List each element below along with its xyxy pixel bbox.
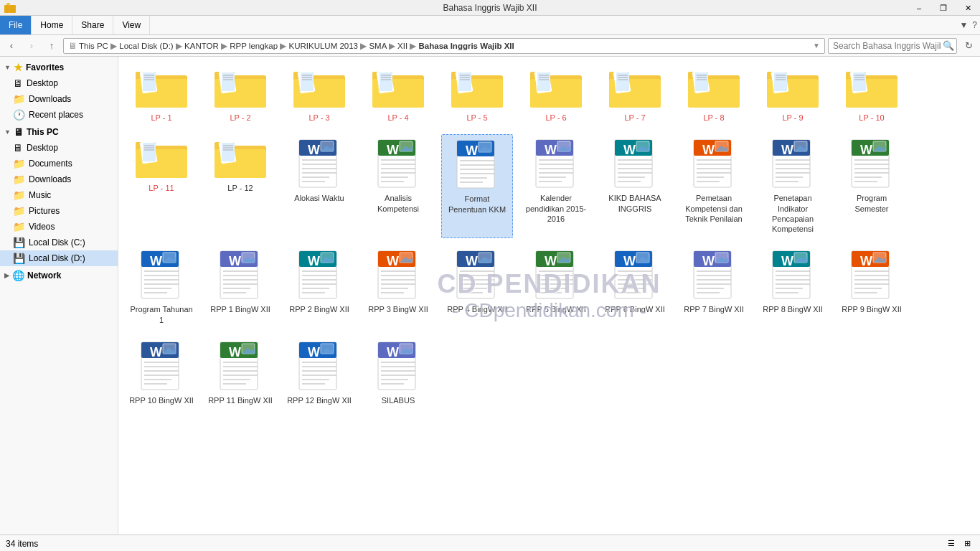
file-label: LP - 11: [149, 183, 174, 193]
file-item[interactable]: LP - 10: [836, 64, 908, 127]
address-path[interactable]: 🖥 This PC ▶ Local Disk (D:) ▶ KANTOR ▶ R…: [63, 38, 825, 54]
close-button[interactable]: ✕: [956, 0, 980, 16]
tab-share[interactable]: Share: [72, 16, 113, 34]
ribbon-down-icon[interactable]: ▼: [959, 20, 968, 30]
file-label: LP - 1: [151, 113, 171, 123]
file-item[interactable]: LP - 7: [599, 64, 671, 127]
maximize-button[interactable]: ❐: [931, 0, 956, 16]
file-item[interactable]: W KIKD BAHASA INGGRIS: [599, 134, 671, 238]
folder-icon: [136, 138, 187, 180]
file-item[interactable]: W Program Tahunan 1: [126, 245, 197, 329]
file-item[interactable]: LP - 9: [757, 64, 829, 127]
folder-icon: [609, 68, 661, 110]
file-item[interactable]: W RPP 12 BingW XII: [283, 336, 355, 410]
up-button[interactable]: ↑: [43, 37, 60, 55]
view-grid-button[interactable]: ⊞: [960, 537, 974, 550]
ribbon-help-icon[interactable]: ?: [972, 20, 977, 30]
minimize-button[interactable]: –: [907, 0, 931, 16]
file-item[interactable]: W RPP 11 BingW XII: [204, 336, 276, 410]
file-item[interactable]: LP - 1: [126, 64, 197, 127]
title-bar-icon: [4, 3, 16, 13]
sidebar-item-local-d[interactable]: 💾 Local Disk (D:): [0, 250, 118, 266]
svg-rect-1: [6, 3, 10, 5]
file-item[interactable]: W RPP 9 BingW XII: [836, 245, 908, 329]
sidebar-item-desktop-pc[interactable]: 🖥 Desktop: [0, 140, 118, 156]
file-item[interactable]: W Alokasi Waktu: [283, 134, 355, 238]
refresh-button[interactable]: ↻: [960, 37, 977, 55]
file-item[interactable]: W Penetapan Indikator Pencapaian Kompete…: [757, 134, 829, 238]
file-item[interactable]: W RPP 6 BingW XII: [599, 245, 671, 329]
path-dropdown-icon[interactable]: ▼: [813, 42, 820, 50]
file-item[interactable]: W RPP 4 BingW XII: [441, 245, 513, 329]
file-item[interactable]: W Program Semester: [836, 134, 908, 238]
file-item[interactable]: W Pemetaan Kompetensi dan Teknik Penilai…: [678, 134, 750, 238]
file-label: RPP 1 BingW XII: [210, 304, 270, 314]
doc-icon: W: [377, 250, 420, 301]
svg-text:W: W: [150, 345, 162, 359]
doc-icon: W: [219, 250, 262, 301]
file-item[interactable]: W RPP 3 BingW XII: [362, 245, 434, 329]
file-label: RPP 11 BingW XII: [208, 395, 273, 405]
file-item[interactable]: W RPP 10 BingW XII: [126, 336, 197, 410]
file-item[interactable]: LP - 6: [520, 64, 592, 127]
view-list-button[interactable]: ☰: [944, 537, 958, 550]
file-label: LP - 8: [703, 113, 724, 123]
ribbon: File Home Share View ▼ ?: [0, 16, 980, 35]
doc-icon: W: [771, 138, 814, 190]
file-item[interactable]: LP - 2: [204, 64, 276, 127]
doc-icon: W: [140, 250, 183, 301]
sidebar-item-recent-fav[interactable]: 🕐 Recent places: [0, 107, 118, 123]
file-item[interactable]: W Analisis Kompetensi: [362, 134, 434, 238]
file-item[interactable]: LP - 8: [678, 64, 750, 127]
forward-button[interactable]: ›: [23, 37, 40, 55]
downloads-label: Downloads: [29, 174, 71, 184]
file-item[interactable]: W RPP 1 BingW XII: [204, 245, 276, 329]
downloads-fav-icon: 📁: [13, 93, 25, 105]
window-title: Bahasa Inggris Wajib XII: [443, 3, 537, 13]
back-button[interactable]: ‹: [3, 37, 20, 55]
file-item[interactable]: LP - 5: [441, 64, 513, 127]
sidebar-item-downloads[interactable]: 📁 Downloads: [0, 171, 118, 187]
file-item[interactable]: W Kalender pendidikan 2015-2016: [520, 134, 592, 238]
doc-icon: W: [850, 138, 893, 190]
tab-view[interactable]: View: [113, 16, 150, 34]
file-item[interactable]: W RPP 7 BingW XII: [678, 245, 750, 329]
file-item[interactable]: W SILABUS: [362, 336, 434, 410]
sidebar-item-local-c[interactable]: 💾 Local Disk (C:): [0, 235, 118, 250]
pictures-label: Pictures: [29, 206, 60, 216]
file-item[interactable]: LP - 4: [362, 64, 434, 127]
sidebar-item-downloads-fav[interactable]: 📁 Downloads: [0, 91, 118, 107]
videos-label: Videos: [29, 222, 55, 232]
doc-icon: W: [377, 138, 420, 190]
sidebar-item-music[interactable]: 📁 Music: [0, 187, 118, 203]
network-header[interactable]: ▶ 🌐 Network: [0, 268, 118, 283]
file-item[interactable]: W RPP 2 BingW XII: [283, 245, 355, 329]
tab-home[interactable]: Home: [32, 16, 72, 34]
favorites-header[interactable]: ▼ ★ Favorites: [0, 60, 118, 75]
local-c-label: Local Disk (C:): [29, 237, 85, 248]
file-item[interactable]: W Format Penentuan KKM: [441, 134, 513, 238]
sidebar-item-pictures[interactable]: 📁 Pictures: [0, 203, 118, 219]
folder-icon: [372, 68, 424, 110]
file-label: RPP 3 BingW XII: [368, 304, 428, 314]
file-label: Pemetaan Kompetensi dan Teknik Penilaian: [681, 193, 747, 224]
file-item[interactable]: W RPP 8 BingW XII: [757, 245, 829, 329]
svg-text:W: W: [702, 143, 715, 157]
music-icon: 📁: [13, 189, 25, 201]
doc-icon: W: [456, 250, 499, 301]
file-label: RPP 10 BingW XII: [129, 395, 194, 405]
sidebar-item-videos[interactable]: 📁 Videos: [0, 219, 118, 235]
file-item[interactable]: LP - 12: [204, 134, 276, 238]
search-button[interactable]: 🔍: [943, 40, 954, 51]
file-item[interactable]: LP - 11: [126, 134, 197, 238]
sidebar-item-documents[interactable]: 📁 Documents: [0, 156, 118, 171]
file-grid: LP - 1 LP - 2: [126, 64, 973, 410]
tab-file[interactable]: File: [0, 16, 32, 34]
sidebar-item-desktop-fav[interactable]: 🖥 Desktop: [0, 75, 118, 91]
svg-text:W: W: [150, 254, 162, 268]
file-item[interactable]: LP - 3: [283, 64, 355, 127]
thispc-icon: 🖥: [14, 126, 24, 138]
file-item[interactable]: W RPP 5 BingW XII: [520, 245, 592, 329]
search-input[interactable]: [828, 38, 957, 54]
thispc-header[interactable]: ▼ 🖥 This PC: [0, 124, 118, 140]
